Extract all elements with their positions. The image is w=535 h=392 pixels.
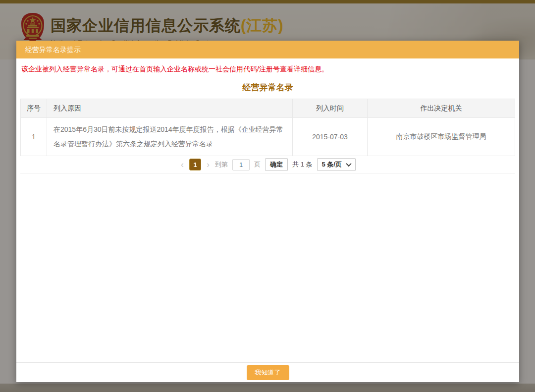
abnormal-list-table: 序号 列入原因 列入时间 作出决定机关 1 在2015年6月30日前未按规定报送… — [20, 99, 515, 156]
section-title: 经营异常名录 — [20, 82, 515, 93]
column-header-date: 列入时间 — [293, 99, 368, 118]
page-number-input[interactable] — [232, 159, 250, 170]
row-index-cell: 1 — [21, 118, 47, 156]
table-row: 1 在2015年6月30日前未按规定报送2014年度年度报告，根据《企业经营异常… — [21, 118, 515, 156]
row-reason-cell: 在2015年6月30日前未按规定报送2014年度年度报告，根据《企业经营异常名录… — [47, 118, 293, 156]
goto-page-label: 到第 — [215, 160, 228, 169]
current-page-button[interactable]: 1 — [189, 159, 201, 170]
row-date-cell: 2015-07-03 — [293, 118, 368, 156]
row-authority-cell: 南京市鼓楼区市场监督管理局 — [368, 118, 515, 156]
warning-text: 该企业被列入经营异常名录，可通过在首页输入企业名称或统一社会信用代码/注册号查看… — [20, 65, 515, 74]
goto-confirm-button[interactable]: 确定 — [265, 158, 288, 171]
column-header-index: 序号 — [21, 99, 47, 118]
column-header-authority: 作出决定机关 — [368, 99, 515, 118]
page-size-select[interactable]: 5 条/页 — [317, 158, 356, 171]
modal-title: 经营异常名录提示 — [16, 41, 519, 58]
acknowledge-button[interactable]: 我知道了 — [247, 365, 289, 380]
chevron-right-icon[interactable]: › — [206, 160, 211, 169]
chevron-down-icon — [346, 161, 351, 167]
chevron-left-icon[interactable]: ‹ — [180, 160, 185, 169]
modal-footer: 我知道了 — [16, 362, 519, 382]
total-count-label: 共 1 条 — [292, 160, 312, 169]
table-header-row: 序号 列入原因 列入时间 作出决定机关 — [21, 99, 515, 118]
column-header-reason: 列入原因 — [47, 99, 293, 118]
pagination-bar: ‹ 1 › 到第 页 确定 共 1 条 5 条/页 — [20, 156, 515, 173]
abnormal-operations-modal: 经营异常名录提示 该企业被列入经营异常名录，可通过在首页输入企业名称或统一社会信… — [16, 41, 519, 382]
page-size-value: 5 条/页 — [322, 160, 342, 169]
modal-body: 该企业被列入经营异常名录，可通过在首页输入企业名称或统一社会信用代码/注册号查看… — [16, 65, 519, 173]
page-unit-label: 页 — [254, 160, 261, 169]
